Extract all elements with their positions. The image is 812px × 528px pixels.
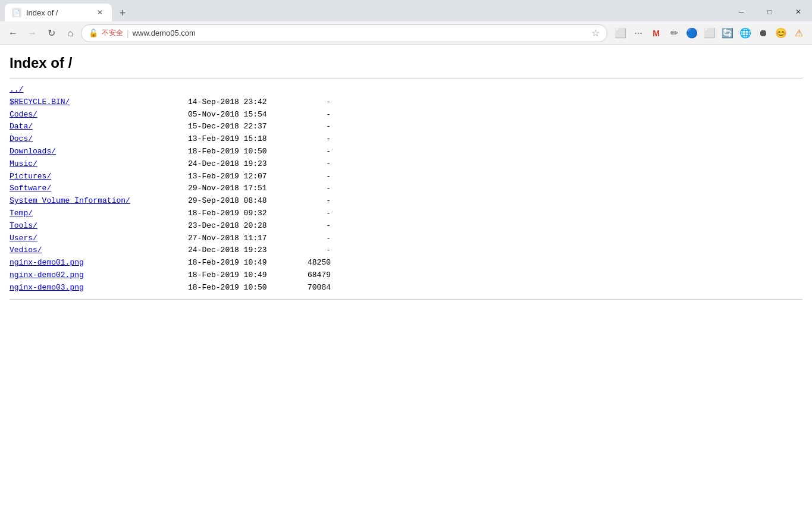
file-size: - [283, 158, 331, 171]
file-link[interactable]: Pictures/ [10, 172, 51, 181]
bookmark-button[interactable]: ☆ [591, 27, 600, 39]
file-size: - [283, 109, 331, 121]
list-item: System Volume Information/29-Sep-2018 08… [10, 195, 802, 208]
extensions-menu-button[interactable]: ··· [630, 25, 647, 42]
file-date: 29-Nov-2018 17:51 [188, 183, 283, 195]
list-item: Temp/18-Feb-2019 09:32- [10, 208, 802, 220]
window-controls: ─ □ ✕ [728, 2, 812, 21]
refresh-icon: ↻ [48, 27, 55, 39]
file-link[interactable]: Codes/ [10, 110, 37, 119]
file-date: 13-Feb-2019 15:18 [188, 133, 283, 146]
file-size: - [283, 244, 331, 257]
gmail-icon[interactable]: M [648, 25, 664, 42]
maximize-button[interactable]: □ [756, 2, 783, 21]
file-size: - [283, 208, 331, 220]
warning-icon[interactable]: ⚠ [791, 25, 807, 42]
file-link[interactable]: ../ [10, 85, 23, 94]
file-listing: ../$RECYCLE.BIN/14-Sep-2018 23:42-Codes/… [10, 84, 802, 294]
file-date: 23-Dec-2018 20:28 [188, 220, 283, 232]
extension-icon-1[interactable]: ⬜ [612, 25, 629, 42]
translate-icon[interactable]: 🔵 [684, 25, 700, 42]
file-link[interactable]: Music/ [10, 159, 37, 168]
circle-icon[interactable]: ⏺ [755, 25, 772, 42]
file-size: - [283, 220, 331, 232]
list-item: Users/27-Nov-2018 11:17- [10, 232, 802, 245]
file-date: 05-Nov-2018 15:54 [188, 109, 283, 121]
extension-icon-2[interactable]: ⬜ [701, 25, 718, 42]
list-item: nginx-demo02.png18-Feb-2019 10:4968479 [10, 269, 802, 282]
page-content: Index of / ../$RECYCLE.BIN/14-Sep-2018 2… [0, 45, 812, 528]
file-size: - [283, 121, 331, 133]
browser-tab[interactable]: 📄 Index of / ✕ [5, 4, 112, 21]
security-text: 不安全 [102, 28, 123, 38]
list-item: Pictures/13-Feb-2019 12:07- [10, 171, 802, 183]
back-icon: ← [8, 28, 18, 39]
close-button[interactable]: ✕ [785, 2, 812, 21]
list-item: Docs/13-Feb-2019 15:18- [10, 133, 802, 146]
file-size: - [283, 96, 331, 109]
file-date: 27-Nov-2018 11:17 [188, 232, 283, 245]
list-item: Data/15-Dec-2018 22:37- [10, 121, 802, 133]
file-link[interactable]: nginx-demo03.png [10, 283, 84, 292]
file-size: - [283, 183, 331, 195]
file-link[interactable]: Software/ [10, 184, 51, 193]
file-link[interactable]: System Volume Information/ [10, 196, 130, 205]
file-link[interactable]: nginx-demo02.png [10, 271, 84, 279]
file-link[interactable]: Tools/ [10, 221, 37, 230]
sync-icon[interactable]: 🔄 [719, 25, 736, 42]
tab-title: Index of / [26, 8, 90, 17]
pencil-icon[interactable]: ✏ [666, 25, 682, 42]
forward-button[interactable]: → [24, 25, 40, 42]
top-divider [10, 78, 802, 79]
web-icon[interactable]: 🌐 [737, 25, 754, 42]
file-link[interactable]: nginx-demo01.png [10, 258, 84, 267]
url-separator: | [127, 29, 129, 38]
list-item: nginx-demo03.png18-Feb-2019 10:5070084 [10, 282, 802, 294]
url-text: www.demo05.com [133, 29, 588, 37]
file-link[interactable]: Users/ [10, 234, 37, 243]
file-date: 24-Dec-2018 19:23 [188, 244, 283, 257]
list-item: Music/24-Dec-2018 19:23- [10, 158, 802, 171]
list-item: $RECYCLE.BIN/14-Sep-2018 23:42- [10, 96, 802, 109]
list-item: Software/29-Nov-2018 17:51- [10, 183, 802, 195]
account-icon[interactable]: 😊 [773, 25, 789, 42]
list-item: Tools/23-Dec-2018 20:28- [10, 220, 802, 232]
file-link[interactable]: Docs/ [10, 134, 33, 143]
file-size: - [283, 232, 331, 245]
file-link[interactable]: Temp/ [10, 209, 33, 218]
file-date: 18-Feb-2019 09:32 [188, 208, 283, 220]
refresh-button[interactable]: ↻ [43, 25, 59, 42]
list-item: nginx-demo01.png18-Feb-2019 10:4948250 [10, 257, 802, 269]
forward-icon: → [27, 28, 37, 39]
file-date: 14-Sep-2018 23:42 [188, 96, 283, 109]
bookmark-icon: ☆ [591, 27, 600, 39]
file-date: 24-Dec-2018 19:23 [188, 158, 283, 171]
file-link[interactable]: $RECYCLE.BIN/ [10, 98, 70, 106]
list-item: Vedios/24-Dec-2018 19:23- [10, 244, 802, 257]
file-date: 13-Feb-2019 12:07 [188, 171, 283, 183]
list-item: Codes/05-Nov-2018 15:54- [10, 109, 802, 121]
file-size: - [283, 133, 331, 146]
page-title: Index of / [10, 55, 802, 71]
home-icon: ⌂ [67, 28, 73, 39]
new-tab-button[interactable]: + [114, 5, 131, 21]
file-date: 15-Dec-2018 22:37 [188, 121, 283, 133]
tab-favicon: 📄 [12, 8, 21, 17]
file-size: 70084 [283, 282, 331, 294]
tab-close-button[interactable]: ✕ [95, 8, 105, 17]
file-link[interactable]: Downloads/ [10, 147, 56, 156]
file-link[interactable]: Vedios/ [10, 246, 42, 254]
file-date: 29-Sep-2018 08:48 [188, 195, 283, 208]
home-button[interactable]: ⌂ [62, 25, 79, 42]
navigation-bar: ← → ↻ ⌂ 🔓 不安全 | www.demo05.com ☆ ⬜ ··· M… [0, 21, 812, 45]
file-size: - [283, 195, 331, 208]
file-size: - [283, 171, 331, 183]
file-date: 18-Feb-2019 10:49 [188, 257, 283, 269]
list-item: ../ [10, 84, 802, 96]
address-bar[interactable]: 🔓 不安全 | www.demo05.com ☆ [81, 24, 607, 42]
file-date: 18-Feb-2019 10:49 [188, 269, 283, 282]
minimize-button[interactable]: ─ [728, 2, 755, 21]
file-link[interactable]: Data/ [10, 122, 33, 131]
file-size: 68479 [283, 269, 331, 282]
back-button[interactable]: ← [5, 25, 21, 42]
